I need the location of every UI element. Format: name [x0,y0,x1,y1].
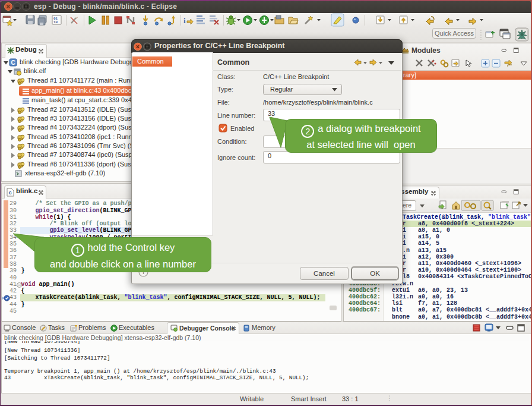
svg-text:10: 10 [53,20,58,24]
svg-text:c: c [8,190,11,196]
svg-text:i: i [183,16,186,25]
svg-text:C: C [11,59,15,66]
